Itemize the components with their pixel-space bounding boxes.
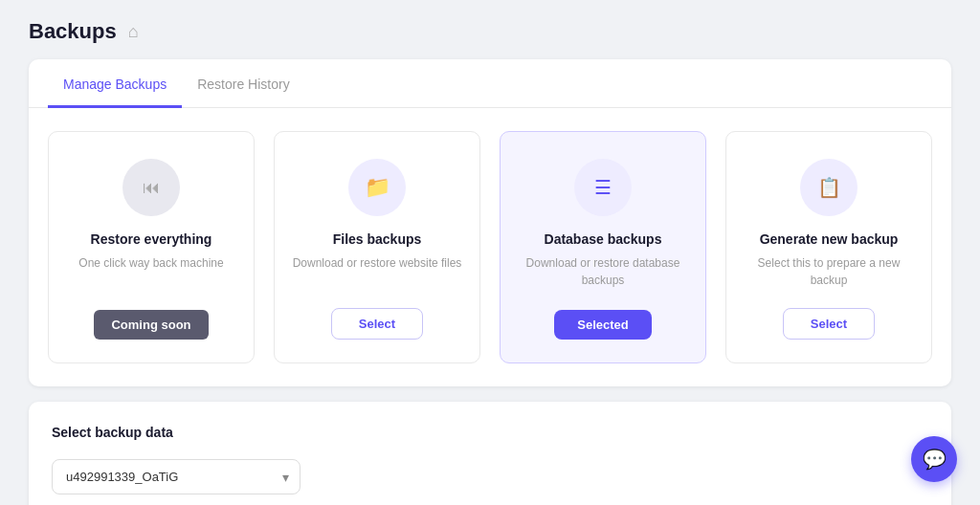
- coming-soon-button: Coming soon: [94, 310, 208, 340]
- card-title-restore: Restore everything: [91, 231, 212, 247]
- card-desc-files: Download or restore website files: [293, 254, 462, 289]
- card-desc-database: Download or restore database backups: [516, 254, 690, 291]
- card-title-files: Files backups: [333, 231, 422, 247]
- page-title: Backups: [29, 19, 117, 44]
- tab-restore-history[interactable]: Restore History: [182, 59, 304, 108]
- backup-cards-row: ⏮ Restore everything One click way back …: [29, 108, 951, 386]
- chat-icon: 💬: [923, 448, 947, 471]
- bottom-card: Select backup data u492991339_OaTiG ▾ Sh…: [29, 402, 951, 505]
- main-card: Manage Backups Restore History ⏮ Restore…: [29, 59, 951, 386]
- card-title-generate: Generate new backup: [760, 231, 899, 247]
- chat-bubble-button[interactable]: 💬: [911, 436, 957, 482]
- card-generate-backup: 📋 Generate new backup Select this to pre…: [725, 131, 932, 363]
- files-backups-icon: 📁: [348, 159, 406, 216]
- page-header: Backups ⌂: [29, 19, 951, 44]
- card-restore-everything: ⏮ Restore everything One click way back …: [48, 131, 255, 363]
- card-title-database: Database backups: [545, 231, 662, 247]
- card-desc-generate: Select this to prepare a new backup: [742, 254, 916, 289]
- generate-backup-icon: 📋: [800, 159, 858, 216]
- card-database-backups: ☰ Database backups Download or restore d…: [500, 131, 706, 363]
- backup-dropdown-wrapper: u492991339_OaTiG ▾: [52, 459, 301, 494]
- card-files-backups: 📁 Files backups Download or restore webs…: [274, 131, 480, 363]
- select-generate-button[interactable]: Select: [783, 308, 875, 340]
- backup-dropdown[interactable]: u492991339_OaTiG: [52, 459, 301, 494]
- database-backups-icon: ☰: [574, 159, 632, 216]
- section-label: Select backup data: [52, 425, 928, 440]
- selected-database-button[interactable]: Selected: [554, 310, 651, 340]
- tab-manage-backups[interactable]: Manage Backups: [48, 59, 182, 108]
- restore-everything-icon: ⏮: [122, 159, 180, 216]
- home-icon[interactable]: ⌂: [128, 22, 139, 42]
- card-desc-restore: One click way back machine: [78, 254, 223, 291]
- tab-bar: Manage Backups Restore History: [29, 59, 951, 108]
- select-files-button[interactable]: Select: [331, 308, 423, 340]
